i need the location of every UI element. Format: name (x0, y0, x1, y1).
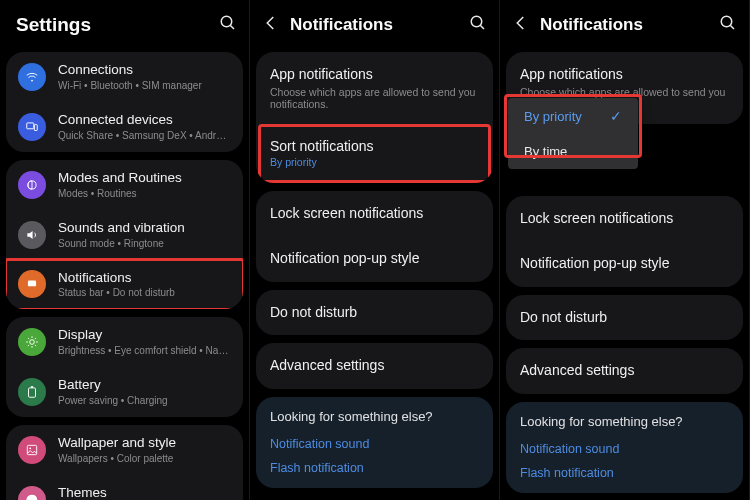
row-label: Lock screen notifications (270, 205, 479, 223)
footer-link[interactable]: Notification sound (270, 432, 479, 456)
row-texts: Notifications Status bar • Do not distur… (58, 270, 231, 300)
row-label: Notification pop-up style (520, 255, 729, 273)
search-icon[interactable] (719, 14, 737, 36)
row-sub: Modes • Routines (58, 188, 231, 200)
row-sub: Wi-Fi • Bluetooth • SIM manager (58, 80, 231, 92)
footer-link[interactable]: Notification sound (520, 437, 729, 461)
menu-row[interactable]: App notificationsChoose which apps are a… (256, 52, 493, 124)
settings-group: Modes and Routines Modes • Routines Soun… (6, 160, 243, 310)
settings-row-wallpaper[interactable]: Wallpaper and style Wallpapers • Color p… (6, 425, 243, 475)
svg-rect-6 (28, 281, 36, 287)
menu-row[interactable]: Notification pop-up style (256, 236, 493, 282)
sort-option[interactable]: By priority✓ (508, 98, 638, 134)
page-title: Settings (12, 14, 209, 36)
row-sub: Sound mode • Ringtone (58, 238, 231, 250)
row-label: Do not disturb (520, 309, 729, 327)
battery-icon (18, 378, 46, 406)
sort-option[interactable]: By time (508, 134, 638, 169)
wallpaper-icon (18, 436, 46, 464)
row-texts: Notification pop-up style (520, 255, 729, 273)
svg-line-16 (730, 25, 734, 29)
check-icon: ✓ (610, 108, 622, 124)
settings-row-devices[interactable]: Connected devices Quick Share • Samsung … (6, 102, 243, 152)
settings-row-notif[interactable]: Notifications Status bar • Do not distur… (6, 260, 243, 310)
svg-point-13 (471, 16, 482, 27)
header: Settings (0, 0, 249, 46)
settings-row-modes[interactable]: Modes and Routines Modes • Routines (6, 160, 243, 210)
settings-row-display[interactable]: Display Brightness • Eye comfort shield … (6, 317, 243, 367)
settings-group: Connections Wi-Fi • Bluetooth • SIM mana… (6, 52, 243, 152)
row-texts: Wallpaper and style Wallpapers • Color p… (58, 435, 231, 465)
menu-row[interactable]: Lock screen notifications (256, 191, 493, 237)
sort-popup: By priority✓By time (508, 98, 638, 169)
row-texts: Themes Themes • Wallpapers • Icons (58, 485, 231, 500)
settings-panel: Settings Connections Wi-Fi • Bluetooth •… (0, 0, 250, 500)
row-texts: Connected devices Quick Share • Samsung … (58, 112, 231, 142)
svg-rect-11 (27, 445, 36, 454)
svg-point-15 (721, 16, 732, 27)
settings-row-wifi[interactable]: Connections Wi-Fi • Bluetooth • SIM mana… (6, 52, 243, 102)
row-texts: App notificationsChoose which apps are a… (270, 66, 479, 110)
svg-rect-3 (27, 123, 34, 129)
menu-row[interactable]: Advanced settings (506, 348, 743, 394)
settings-row-battery[interactable]: Battery Power saving • Charging (6, 367, 243, 417)
row-label: Notifications (58, 270, 231, 287)
row-label: Advanced settings (270, 357, 479, 375)
menu-row[interactable]: Notification pop-up style (506, 241, 743, 287)
menu-row[interactable]: Do not disturb (506, 295, 743, 341)
row-label: Notification pop-up style (270, 250, 479, 268)
row-texts: Battery Power saving • Charging (58, 377, 231, 407)
row-sub: Power saving • Charging (58, 395, 231, 407)
looking-for-else: Looking for something else? Notification… (506, 402, 743, 493)
svg-rect-4 (34, 124, 37, 130)
back-icon[interactable] (262, 14, 280, 36)
row-label: Connections (58, 62, 231, 79)
row-texts: Advanced settings (270, 357, 479, 375)
header: Notifications (500, 0, 749, 46)
menu-row[interactable]: Advanced settings (256, 343, 493, 389)
row-label: Advanced settings (520, 362, 729, 380)
notif-icon (18, 270, 46, 298)
row-label: Modes and Routines (58, 170, 231, 187)
footer-link[interactable]: Flash notification (270, 456, 479, 480)
row-sub: Quick Share • Samsung DeX • Android Auto (58, 130, 231, 142)
display-icon (18, 328, 46, 356)
row-label: Connected devices (58, 112, 231, 129)
row-texts: Advanced settings (520, 362, 729, 380)
row-texts: Notification pop-up style (270, 250, 479, 268)
footer-heading: Looking for something else? (270, 409, 479, 424)
back-icon[interactable] (512, 14, 530, 36)
row-texts: Connections Wi-Fi • Bluetooth • SIM mana… (58, 62, 231, 92)
row-label: Battery (58, 377, 231, 394)
looking-for-else: Looking for something else? Notification… (256, 397, 493, 488)
row-texts: Modes and Routines Modes • Routines (58, 170, 231, 200)
svg-line-14 (480, 25, 484, 29)
footer-heading: Looking for something else? (520, 414, 729, 429)
settings-row-themes[interactable]: Themes Themes • Wallpapers • Icons (6, 475, 243, 500)
sound-icon (18, 221, 46, 249)
row-label: Themes (58, 485, 231, 500)
footer-link[interactable]: Flash notification (520, 461, 729, 485)
row-label: Display (58, 327, 231, 344)
menu-row[interactable]: Sort notificationsBy priority (256, 124, 493, 183)
svg-point-8 (30, 340, 35, 345)
notifications-panel-popup: Notifications App notificationsChoose wh… (500, 0, 750, 500)
header: Notifications (250, 0, 499, 46)
row-label: Sounds and vibration (58, 220, 231, 237)
settings-row-sound[interactable]: Sounds and vibration Sound mode • Ringto… (6, 210, 243, 260)
menu-row[interactable]: Lock screen notifications (506, 196, 743, 242)
settings-group: Display Brightness • Eye comfort shield … (6, 317, 243, 417)
row-sub: Wallpapers • Color palette (58, 453, 231, 465)
row-texts: Do not disturb (520, 309, 729, 327)
row-label: Sort notifications (270, 138, 479, 156)
search-icon[interactable] (219, 14, 237, 36)
svg-rect-9 (29, 388, 36, 397)
row-label: Do not disturb (270, 304, 479, 322)
option-label: By priority (524, 109, 582, 124)
row-texts: Lock screen notifications (270, 205, 479, 223)
themes-icon (18, 486, 46, 500)
row-label: App notifications (270, 66, 479, 84)
row-texts: Sort notificationsBy priority (270, 138, 479, 169)
search-icon[interactable] (469, 14, 487, 36)
menu-row[interactable]: Do not disturb (256, 290, 493, 336)
